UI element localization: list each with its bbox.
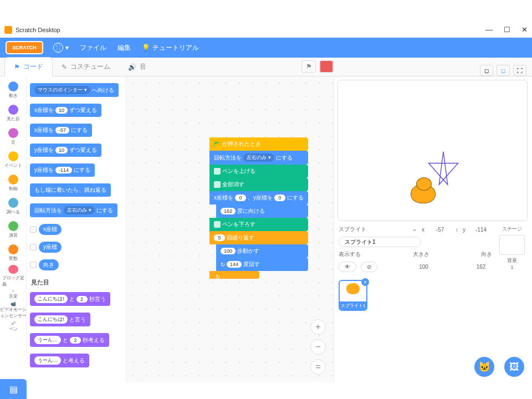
delete-sprite-button[interactable]: × — [361, 278, 369, 286]
stage-column: スプライト ↔x-57 ↕y-114 表示する 大きさ 向き 👁 — [334, 76, 532, 382]
block-say-secs[interactable]: こんにちは!と2秒言う — [30, 292, 110, 306]
globe-icon — [53, 43, 63, 53]
category-palette: 動き 見た目 音 イベント 制御 調べる 演算 変数 ブロック定義 ♪音楽 📹ビ… — [0, 76, 27, 354]
window-controls: — ☐ ✕ — [485, 25, 528, 34]
maximize-button[interactable]: ☐ — [504, 25, 510, 34]
main-area: 動き 見た目 音 イベント 制御 調べる 演算 変数 ブロック定義 ♪音楽 📹ビ… — [0, 76, 532, 382]
file-menu[interactable]: ファイル — [80, 43, 106, 53]
block-palette: マウスのポインター ▾へ向ける x座標を10ずつ変える x座標を-57にする y… — [27, 76, 126, 382]
hide-button[interactable]: ⊘ — [361, 262, 377, 272]
block-pen-down[interactable]: ペンを下ろす — [209, 218, 308, 231]
cat-operators[interactable]: 演算 — [2, 218, 24, 241]
edit-menu[interactable]: 編集 — [117, 43, 131, 53]
sprite-info: スプライト ↔x-57 ↕y-114 表示する 大きさ 向き 👁 — [339, 226, 492, 275]
sprite-y: -114 — [470, 227, 492, 233]
tab-code[interactable]: ⚑コード — [4, 57, 53, 76]
cat-control[interactable]: 制御 — [2, 172, 24, 194]
stage[interactable] — [337, 80, 528, 221]
stage-info[interactable]: ステージ 背景 1 — [497, 226, 528, 275]
block-goto-xy[interactable]: x座標を0、y座標を0にする — [209, 191, 308, 204]
zoom-reset-button[interactable]: = — [310, 359, 326, 375]
block-move[interactable]: 100歩動かす — [216, 244, 308, 258]
block-think-secs[interactable]: うーん…と2秒考える — [30, 333, 109, 347]
chk-ypos[interactable] — [30, 244, 37, 250]
language-menu[interactable]: ▾ — [53, 43, 69, 53]
sprite-label: スプライト — [339, 226, 366, 233]
titlebar: Scratch Desktop — ☐ ✕ — [0, 22, 532, 38]
block-repeat[interactable]: 5回繰り返す — [209, 231, 308, 244]
zoom-controls: + − = — [310, 319, 326, 375]
block-set-rotation[interactable]: 回転方法を左右のみ ▾にする — [209, 151, 308, 165]
block-say[interactable]: こんにちは!と言う — [30, 313, 90, 326]
ext-pen[interactable]: 🖊ペン — [9, 321, 18, 332]
sprite-name-input[interactable] — [339, 237, 421, 247]
cat-variables[interactable]: 変数 — [2, 242, 24, 264]
block-point-direction[interactable]: 162度に向ける — [216, 204, 308, 218]
pen-icon — [214, 221, 221, 228]
window-title: Scratch Desktop — [16, 27, 60, 33]
small-stage-button[interactable]: ◻ — [480, 65, 493, 76]
tab-sounds[interactable]: 🔊 音 — [119, 58, 155, 76]
block-bounce[interactable]: もし端に着いたら、跳ね返る — [30, 183, 111, 197]
script-stack[interactable]: が押されたとき 回転方法を左右のみ ▾にする ペンを上げる 全部消す x座標を0… — [209, 137, 308, 279]
close-button[interactable]: ✕ — [521, 25, 528, 34]
app-icon — [4, 26, 12, 34]
flag-icon — [214, 141, 221, 147]
block-point-towards[interactable]: マウスのポインター ▾へ向ける — [30, 83, 119, 97]
add-extension-button[interactable]: ▤ — [0, 379, 27, 399]
tutorials-menu[interactable]: 💡 チュートリアル — [142, 43, 199, 53]
chk-dir[interactable] — [30, 262, 37, 268]
cat-looks[interactable]: 見た目 — [2, 102, 24, 124]
reporter-xpos[interactable]: x座標 — [39, 224, 62, 235]
tab-costumes[interactable]: ✎ コスチューム — [53, 58, 119, 76]
pen-icon — [214, 181, 221, 188]
large-stage-button[interactable]: ◻ — [497, 65, 510, 76]
block-change-x[interactable]: x座標を10ずつ変える — [30, 104, 101, 117]
block-repeat-end[interactable]: ↻ — [209, 271, 259, 279]
zoom-in-button[interactable]: + — [310, 319, 326, 335]
show-button[interactable]: 👁 — [339, 262, 356, 272]
pen-icon — [214, 168, 221, 175]
script-area[interactable]: が押されたとき 回転方法を左右のみ ▾にする ペンを上げる 全部消す x座標を0… — [126, 76, 334, 382]
reporter-ypos[interactable]: y座標 — [39, 242, 62, 253]
block-change-y[interactable]: y座標を10ずつ変える — [30, 144, 101, 157]
zoom-out-button[interactable]: − — [310, 339, 326, 355]
block-set-x[interactable]: x座標を-57にする — [30, 124, 92, 137]
add-backdrop-button[interactable]: 🖼 — [504, 357, 524, 377]
cat-events[interactable]: イベント — [2, 149, 24, 171]
block-pen-up[interactable]: ペンを上げる — [209, 165, 308, 178]
editor-tabs: ⚑コード ✎ コスチューム 🔊 音 ⚑ ◻ ◻ ⛶ — [0, 58, 532, 76]
block-rotation-style[interactable]: 回転方法を左右のみ ▾にする — [30, 203, 117, 217]
green-flag-button[interactable]: ⚑ — [301, 60, 316, 73]
reporter-dir[interactable]: 向き — [39, 259, 59, 270]
scratch-logo[interactable]: SCRATCH — [6, 41, 43, 54]
cat-sensing[interactable]: 調べる — [2, 195, 24, 217]
cat-sound[interactable]: 音 — [2, 125, 24, 147]
block-set-y[interactable]: y座標を-114にする — [30, 163, 95, 177]
chk-xpos[interactable] — [30, 226, 37, 233]
block-when-flag[interactable]: が押されたとき — [209, 137, 308, 151]
fullscreen-button[interactable]: ⛶ — [513, 65, 526, 76]
block-erase-all[interactable]: 全部消す — [209, 178, 308, 191]
cat-icon — [346, 283, 360, 294]
cat-motion[interactable]: 動き — [2, 79, 24, 101]
stop-icon — [320, 60, 333, 73]
sprite-size: 100 — [413, 264, 435, 270]
sprite-cat[interactable] — [407, 177, 441, 208]
sprite-card[interactable]: × スプライト1 — [339, 280, 367, 311]
block-turn[interactable]: ↻ 144度回す — [216, 258, 308, 271]
stop-button[interactable] — [319, 60, 334, 73]
sprite-direction: 162 — [470, 264, 492, 270]
menubar: SCRATCH ▾ ファイル 編集 💡 チュートリアル — [0, 38, 532, 58]
sprite-x: -57 — [429, 227, 451, 233]
add-sprite-button[interactable]: 🐱 — [474, 357, 494, 377]
ext-music[interactable]: ♪音楽 — [9, 288, 18, 299]
block-think[interactable]: うーん…と考える — [30, 354, 89, 367]
looks-header: 見た目 — [31, 278, 122, 287]
cat-myblocks[interactable]: ブロック定義 — [2, 265, 24, 287]
ext-video[interactable]: 📹ビデオモーションセンサー — [0, 301, 27, 319]
minimize-button[interactable]: — — [485, 25, 493, 34]
sprite-list: × スプライト1 — [334, 278, 532, 313]
